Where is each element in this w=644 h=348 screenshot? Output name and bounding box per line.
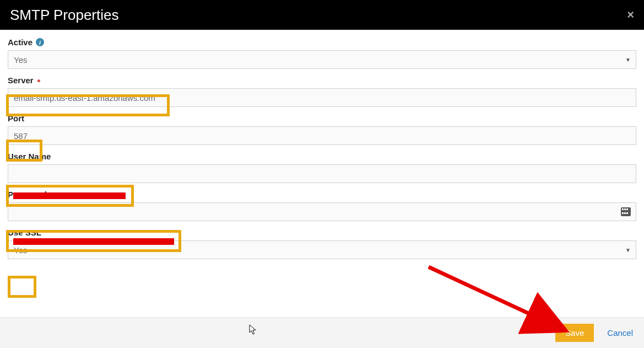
required-icon: ● [37,77,41,84]
label-username: User Name [8,152,636,161]
label-usessl: Use SSL [8,228,636,237]
dialog-title: SMTP Properties [10,7,118,24]
label-port-text: Port [8,114,24,123]
input-server[interactable] [8,88,636,107]
label-active-text: Active [8,38,33,47]
cancel-button[interactable]: Cancel [607,328,633,338]
highlight-usessl [8,276,36,298]
keypad-icon[interactable] [621,207,631,216]
input-port[interactable] [8,126,636,145]
label-server-text: Server [8,76,34,85]
field-username: User Name [8,152,636,183]
select-usessl[interactable] [8,240,636,259]
password-row [8,202,636,221]
label-server: Server ● [8,76,636,85]
input-username[interactable] [8,164,636,183]
close-icon[interactable]: × [627,8,634,22]
field-active: Active i ▼ [8,38,636,69]
label-usessl-text: Use SSL [8,228,41,237]
label-active: Active i [8,38,636,47]
field-password: Password [8,190,636,221]
field-usessl: Use SSL ▼ [8,228,636,259]
select-usessl-wrap: ▼ [8,240,636,259]
label-password-text: Password [8,190,47,199]
label-port: Port [8,114,636,123]
dialog-titlebar: SMTP Properties × [0,0,644,30]
field-port: Port [8,114,636,145]
info-icon[interactable]: i [36,38,44,46]
input-password[interactable] [8,202,636,221]
dialog-footer: Save Cancel [0,317,644,348]
field-server: Server ● [8,76,636,107]
select-active[interactable] [8,50,636,69]
save-button[interactable]: Save [555,324,594,342]
label-password: Password [8,190,636,199]
dialog-body: Active i ▼ Server ● Port User Name Passw… [0,30,644,259]
select-active-wrap: ▼ [8,50,636,69]
label-username-text: User Name [8,152,51,161]
